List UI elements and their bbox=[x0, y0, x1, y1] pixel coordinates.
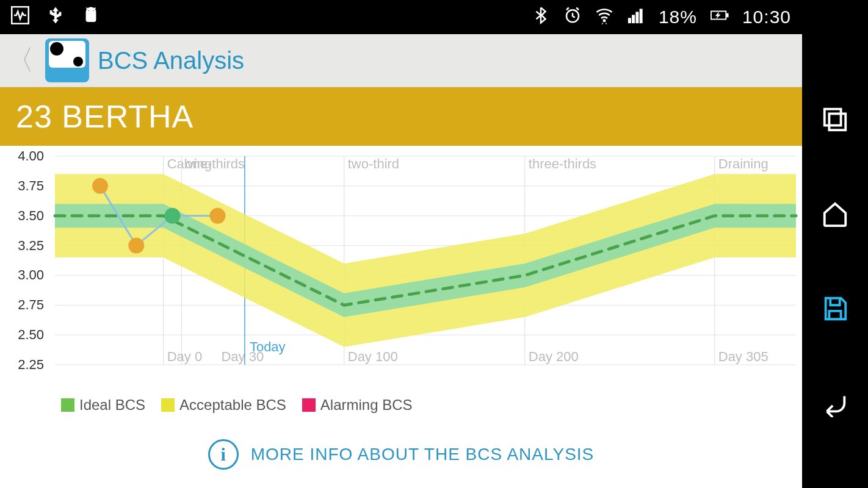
recent-apps-icon[interactable] bbox=[821, 106, 849, 136]
svg-text:2.75: 2.75 bbox=[18, 297, 44, 312]
home-icon[interactable] bbox=[821, 200, 849, 231]
android-robot-icon bbox=[82, 6, 100, 29]
subject-title: 23 BERTHA bbox=[16, 98, 193, 135]
clock: 10:30 bbox=[742, 7, 791, 27]
legend-item-alarming: Alarming BCS bbox=[302, 396, 413, 414]
back-chevron-icon[interactable]: 〈 bbox=[4, 41, 37, 79]
app-action-bar: 〈 BCS Analysis bbox=[0, 34, 802, 87]
svg-point-2 bbox=[93, 10, 95, 12]
save-icon[interactable] bbox=[821, 295, 849, 325]
svg-text:4.00: 4.00 bbox=[18, 148, 44, 163]
waveform-icon bbox=[11, 6, 29, 29]
svg-text:one-thirds: one-thirds bbox=[185, 156, 245, 171]
svg-point-1 bbox=[88, 10, 90, 12]
svg-point-45 bbox=[128, 238, 144, 254]
android-status-bar: 18% 10:30 bbox=[0, 0, 802, 34]
svg-point-44 bbox=[92, 178, 108, 194]
svg-text:Day 0: Day 0 bbox=[167, 349, 202, 364]
svg-text:3.00: 3.00 bbox=[18, 267, 44, 282]
svg-rect-8 bbox=[640, 9, 642, 23]
svg-text:3.50: 3.50 bbox=[18, 208, 44, 223]
app-icon[interactable] bbox=[45, 38, 89, 82]
svg-text:Day 305: Day 305 bbox=[718, 349, 769, 364]
svg-text:Day 100: Day 100 bbox=[348, 349, 398, 364]
svg-text:two-third: two-third bbox=[348, 156, 399, 171]
svg-text:Today: Today bbox=[250, 339, 286, 354]
svg-text:2.25: 2.25 bbox=[18, 357, 44, 372]
svg-rect-5 bbox=[628, 18, 631, 23]
svg-rect-49 bbox=[829, 113, 845, 130]
svg-point-47 bbox=[209, 208, 225, 224]
battery-percent: 18% bbox=[659, 7, 697, 27]
android-nav-rail bbox=[802, 0, 868, 488]
battery-charging-icon bbox=[711, 6, 729, 29]
svg-point-46 bbox=[164, 208, 180, 224]
svg-rect-10 bbox=[726, 13, 728, 17]
svg-rect-6 bbox=[632, 15, 635, 23]
subject-header: 23 BERTHA bbox=[0, 87, 802, 146]
chart-legend: Ideal BCS Acceptable BCS Alarming BCS bbox=[61, 396, 413, 414]
legend-item-acceptable: Acceptable BCS bbox=[161, 396, 286, 414]
svg-text:Day 200: Day 200 bbox=[529, 349, 579, 364]
usb-icon bbox=[46, 6, 65, 29]
signal-icon bbox=[627, 6, 645, 29]
bcs-chart: 4.003.753.503.253.002.752.502.25Calvingo… bbox=[0, 145, 802, 401]
info-icon: i bbox=[208, 439, 239, 470]
svg-rect-7 bbox=[636, 12, 638, 23]
svg-text:3.25: 3.25 bbox=[18, 238, 44, 253]
svg-text:3.75: 3.75 bbox=[18, 178, 44, 193]
wifi-icon bbox=[595, 6, 613, 29]
svg-text:Draining: Draining bbox=[718, 156, 769, 171]
svg-rect-48 bbox=[825, 109, 841, 125]
more-info-label: MORE INFO ABOUT THE BCS ANALYSIS bbox=[251, 445, 595, 464]
page-title: BCS Analysis bbox=[98, 47, 244, 74]
legend-item-ideal: Ideal BCS bbox=[61, 396, 145, 414]
svg-point-4 bbox=[603, 19, 606, 21]
svg-text:2.50: 2.50 bbox=[18, 327, 44, 342]
bluetooth-icon bbox=[532, 6, 550, 29]
alarm-icon bbox=[563, 6, 582, 29]
svg-text:three-thirds: three-thirds bbox=[529, 156, 596, 171]
back-icon[interactable] bbox=[821, 389, 849, 420]
more-info-link[interactable]: i MORE INFO ABOUT THE BCS ANALYSIS bbox=[0, 439, 802, 470]
